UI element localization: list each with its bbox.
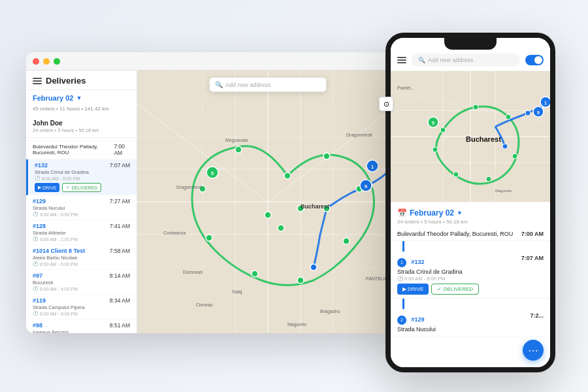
stop-address: Aleea Barbu Nicolae	[33, 255, 130, 261]
stop-item[interactable]: #1014 Client 8 Test 7:58 AM Aleea Barbu …	[26, 245, 137, 270]
mobile-map: 5 1 9 Bucharest Pantel... Magurele	[391, 71, 550, 202]
stop-time: 7:00 AM	[114, 143, 130, 156]
mobile-stop-id: #129	[411, 316, 424, 323]
sidebar-header: Deliveries	[26, 71, 137, 90]
svg-text:Pantel...: Pantel...	[397, 86, 414, 90]
svg-point-57	[506, 114, 511, 120]
driver-name: John Doe	[33, 120, 130, 127]
desktop-titlebar	[26, 52, 399, 71]
stop-id: #119	[33, 297, 46, 304]
recenter-button[interactable]: ⊙	[379, 97, 393, 111]
mobile-stop-item[interactable]: 2 #129 Strada Nucului 7:2...	[391, 309, 550, 336]
mobile-menu-icon[interactable]	[397, 57, 406, 63]
mobile-stop-address: Strada Crinul de Gradina	[397, 269, 465, 275]
menu-icon[interactable]	[33, 78, 42, 84]
svg-text:1: 1	[544, 101, 547, 105]
date-badge[interactable]: February 02 ▼	[33, 94, 130, 102]
car-icon: ▶	[38, 185, 41, 190]
mobile-drive-button[interactable]: ▶ DRIVE	[397, 284, 429, 295]
close-button[interactable]	[33, 58, 39, 65]
mobile-search-placeholder: Add new address	[428, 57, 474, 63]
mobile-stop-address: Bulevardul Theodor Pallady, Bucuresti, R…	[397, 231, 515, 237]
svg-text:Bucharest: Bucharest	[466, 135, 501, 143]
stop-item[interactable]: #132 7:07 AM Strada Crinul de Gradina 🕐 …	[26, 159, 137, 195]
maximize-button[interactable]	[54, 58, 60, 65]
sidebar: Deliveries February 02 ▼ 45 orders • 11 …	[26, 71, 137, 333]
stop-item[interactable]: #119 8:34 AM Strada Campului Pipera 🕐 8:…	[26, 295, 137, 319]
sidebar-stats: 45 orders • 11 hours • 141.42 km	[33, 106, 130, 112]
stop-address: Strada Campului Pipera	[33, 304, 130, 310]
svg-point-25	[278, 225, 284, 231]
stop-hours: 🕐 8:00 AM - 6:00 PM	[33, 261, 130, 267]
mobile-window: 🔍 Add new address	[385, 33, 555, 372]
svg-text:1: 1	[371, 164, 374, 170]
stop-hours: 🕐 8:00 AM - 4:00 PM	[33, 286, 130, 291]
mobile-stop-time: 7:00 AM	[521, 231, 544, 237]
svg-point-26	[265, 212, 271, 218]
stop-time: 8:14 AM	[110, 272, 130, 279]
map-search-box[interactable]: 🔍 Add new address	[209, 77, 327, 92]
search-placeholder: Add new address	[225, 82, 271, 88]
stop-item[interactable]: #129 7:27 AM Strada Nucului 🕐 9:00 AM - …	[26, 195, 137, 220]
stop-id: #1014 Client 8 Test	[33, 248, 85, 254]
svg-point-56	[473, 105, 478, 110]
search-icon: 🔍	[215, 81, 223, 88]
mobile-car-icon: ▶	[402, 286, 406, 292]
date-text: February 02	[33, 94, 73, 102]
mobile-stats: 24 orders • 5 hours • 50.18 km	[391, 219, 550, 227]
stop-address: Strada Altinelor	[33, 230, 130, 236]
svg-text:Mogosoaia: Mogosoaia	[225, 138, 248, 143]
svg-point-29	[310, 264, 317, 270]
mobile-chevron-icon: ▼	[457, 210, 463, 216]
stop-hours: 🕐 9:00 AM - 6:00 PM	[33, 212, 130, 217]
svg-point-60	[453, 172, 459, 177]
stop-item[interactable]: #98 8:51 AM Ioneaua Berceni 🕐 8:00 AM - …	[26, 319, 137, 333]
check-icon: ✓	[66, 185, 70, 190]
mobile-stop-actions: ▶ DRIVE ✓ DELIVERED	[397, 284, 544, 295]
stop-address: Ioneaua Berceni	[33, 329, 130, 333]
minimize-button[interactable]	[43, 58, 50, 65]
svg-point-62	[525, 110, 531, 116]
mobile-stop-time: 7:07 AM	[521, 255, 544, 282]
svg-text:Bragadiru: Bragadiru	[320, 309, 340, 314]
clock-icon: 🕐	[35, 176, 41, 181]
mobile-map-svg: 5 1 9 Bucharest Pantel... Magurele	[391, 71, 550, 202]
stop-address: Strada Crinul de Gradina	[35, 169, 130, 175]
desktop-window: Deliveries February 02 ▼ 45 orders • 11 …	[26, 52, 399, 333]
mobile-fab-button[interactable]: ⋯	[523, 340, 544, 361]
sidebar-title: Deliveries	[46, 76, 86, 86]
stop-hours: 🕐 8:00 AM - 6:00 PM	[35, 176, 130, 181]
mobile-stop-item[interactable]: 1 #132 Strada Crinul de Gradina 🕐 8:00 A…	[391, 252, 550, 299]
drive-button[interactable]: ▶ DRIVE	[35, 183, 59, 192]
mobile-inner: 🔍 Add new address	[391, 38, 550, 367]
svg-text:Magurele: Magurele	[287, 322, 306, 327]
mobile-stop-address: Strada Nucului	[397, 326, 438, 333]
svg-text:Dragomiresti: Dragomiresti	[176, 185, 203, 190]
svg-point-18	[297, 277, 304, 284]
mobile-check-icon: ✓	[437, 286, 442, 292]
mobile-stop-time: 7:2...	[530, 312, 544, 333]
stop-id: #128	[33, 223, 46, 229]
mobile-stop-item[interactable]: Bulevardul Theodor Pallady, Bucuresti, R…	[391, 227, 550, 241]
stop-address: Bulevardul Theodor Pallady, Bucuresti, R…	[33, 144, 114, 155]
mobile-date-badge[interactable]: 📅 February 02 ▼	[391, 206, 550, 219]
svg-text:Domneati: Domneati	[183, 270, 203, 274]
mobile-toggle[interactable]	[525, 55, 544, 65]
stop-item[interactable]: #128 7:41 AM Strada Altinelor 🕐 9:00 AM …	[26, 220, 137, 245]
mobile-notch	[444, 38, 497, 50]
stop-id: #97	[33, 272, 42, 279]
stop-time: 7:27 AM	[110, 198, 130, 204]
svg-text:Cisneau: Cisneau	[196, 302, 213, 307]
stop-time: 7:07 AM	[110, 162, 130, 169]
stop-time: 7:41 AM	[110, 223, 130, 229]
mobile-search-box[interactable]: 🔍 Add new address	[412, 54, 520, 67]
mobile-delivered-button[interactable]: ✓ DELIVERED	[431, 284, 479, 295]
stop-item[interactable]: #97 8:14 AM Bucuresti 🕐 8:00 AM - 4:00 P…	[26, 270, 137, 295]
stop-list: Bulevardul Theodor Pallady, Bucuresti, R…	[26, 138, 137, 333]
svg-text:9: 9	[537, 110, 540, 115]
stop-connector	[402, 299, 404, 309]
svg-text:Dragomiresti: Dragomiresti	[346, 133, 372, 138]
svg-text:9: 9	[365, 184, 368, 189]
delivered-button[interactable]: ✓ DELIVERED	[62, 183, 101, 192]
stop-item[interactable]: Bulevardul Theodor Pallady, Bucuresti, R…	[26, 140, 137, 159]
